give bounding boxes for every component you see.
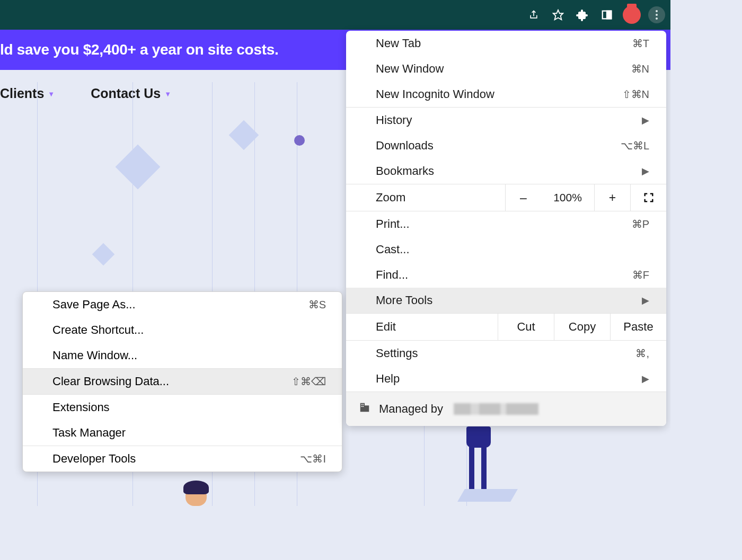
caret-down-icon: ▼ <box>48 90 55 98</box>
menu-label: Help <box>376 372 400 386</box>
nav-contact[interactable]: Contact Us ▼ <box>91 86 171 101</box>
panel-icon[interactable] <box>598 6 615 23</box>
chrome-more-tools-submenu: Save Page As... ⌘S Create Shortcut... Na… <box>22 291 342 472</box>
edit-paste-button[interactable]: Paste <box>610 314 666 340</box>
svg-rect-6 <box>365 405 369 412</box>
managed-by-label: Managed by <box>379 402 443 416</box>
menu-bookmarks[interactable]: Bookmarks ▶ <box>346 158 666 184</box>
menu-settings[interactable]: Settings ⌘, <box>346 341 666 366</box>
menu-label: Print... <box>376 217 410 231</box>
building-icon <box>359 402 370 416</box>
menu-label: More Tools <box>376 294 432 307</box>
svg-rect-10 <box>363 406 364 407</box>
menu-print[interactable]: Print... ⌘P <box>346 211 666 237</box>
chevron-right-icon: ▶ <box>642 373 649 385</box>
edit-cut-button[interactable]: Cut <box>498 314 554 340</box>
menu-cast[interactable]: Cast... <box>346 237 666 262</box>
menu-zoom: Zoom – 100% + <box>346 184 666 211</box>
zoom-in-button[interactable]: + <box>594 184 630 211</box>
fullscreen-icon[interactable] <box>630 184 666 211</box>
menu-edit: Edit Cut Copy Paste <box>346 313 666 341</box>
menu-label: New Incognito Window <box>376 87 494 101</box>
nav-contact-label: Contact Us <box>91 86 161 101</box>
submenu-label: Developer Tools <box>52 452 136 466</box>
menu-label: New Window <box>376 62 444 76</box>
chevron-right-icon: ▶ <box>642 295 649 306</box>
submenu-shortcut: ⌘S <box>308 298 326 311</box>
more-vertical-icon[interactable] <box>648 6 665 23</box>
menu-downloads[interactable]: Downloads ⌥⌘L <box>346 133 666 158</box>
submenu-label: Save Page As... <box>52 298 136 312</box>
submenu-clear-browsing-data[interactable]: Clear Browsing Data... ⇧⌘⌫ <box>23 369 342 394</box>
caret-down-icon: ▼ <box>164 90 171 98</box>
menu-label: New Tab <box>376 37 421 50</box>
submenu-name-window[interactable]: Name Window... <box>23 343 342 368</box>
menu-history[interactable]: History ▶ <box>346 108 666 133</box>
svg-marker-0 <box>553 10 563 20</box>
menu-label: History <box>376 113 412 127</box>
svg-rect-8 <box>363 404 364 405</box>
submenu-shortcut: ⇧⌘⌫ <box>292 375 326 388</box>
menu-more-tools[interactable]: More Tools ▶ <box>346 288 666 313</box>
zoom-out-button[interactable]: – <box>505 184 541 211</box>
illustration-head <box>186 485 207 506</box>
submenu-shortcut: ⌥⌘I <box>300 452 326 465</box>
submenu-label: Name Window... <box>52 349 137 362</box>
menu-label: Settings <box>376 346 418 360</box>
profile-avatar[interactable] <box>623 6 641 24</box>
submenu-task-manager[interactable]: Task Manager <box>23 420 342 446</box>
banner-text: ld save you $2,400+ a year on site costs… <box>0 41 278 58</box>
menu-shortcut: ⌘, <box>635 347 649 360</box>
menu-new-window[interactable]: New Window ⌘N <box>346 56 666 82</box>
nav-clients[interactable]: Clients ▼ <box>0 86 55 101</box>
menu-find[interactable]: Find... ⌘F <box>346 262 666 288</box>
menu-shortcut: ⇧⌘N <box>622 88 649 101</box>
chevron-right-icon: ▶ <box>642 114 649 126</box>
submenu-label: Clear Browsing Data... <box>52 375 169 388</box>
star-icon[interactable] <box>550 6 567 23</box>
chrome-main-menu: New Tab ⌘T New Window ⌘N New Incognito W… <box>346 31 666 426</box>
submenu-label: Create Shortcut... <box>52 323 144 337</box>
managed-by-notice[interactable]: Managed by <box>346 392 666 426</box>
svg-rect-5 <box>360 403 365 412</box>
menu-shortcut: ⌘T <box>632 37 649 50</box>
svg-rect-2 <box>607 11 611 19</box>
menu-label: Cast... <box>376 243 410 256</box>
svg-rect-9 <box>361 406 363 407</box>
menu-label: Bookmarks <box>376 164 434 178</box>
menu-shortcut: ⌘P <box>632 218 649 230</box>
nav-clients-label: Clients <box>0 86 44 101</box>
submenu-extensions[interactable]: Extensions <box>23 395 342 420</box>
chevron-right-icon: ▶ <box>642 165 649 177</box>
managed-by-org-redacted <box>454 403 538 415</box>
illustration-person <box>461 442 498 506</box>
zoom-value: 100% <box>541 184 594 211</box>
menu-shortcut: ⌘F <box>632 269 649 281</box>
share-icon[interactable] <box>525 6 542 23</box>
submenu-developer-tools[interactable]: Developer Tools ⌥⌘I <box>23 446 342 472</box>
edit-label: Edit <box>346 314 498 340</box>
menu-help[interactable]: Help ▶ <box>346 366 666 392</box>
menu-incognito[interactable]: New Incognito Window ⇧⌘N <box>346 82 666 107</box>
submenu-label: Task Manager <box>52 426 126 440</box>
menu-new-tab[interactable]: New Tab ⌘T <box>346 31 666 56</box>
edit-copy-button[interactable]: Copy <box>554 314 610 340</box>
menu-label: Find... <box>376 268 408 282</box>
submenu-save-page[interactable]: Save Page As... ⌘S <box>23 292 342 317</box>
extension-icon[interactable] <box>574 6 591 23</box>
submenu-label: Extensions <box>52 401 110 414</box>
zoom-label: Zoom <box>346 184 505 211</box>
svg-rect-7 <box>361 404 363 405</box>
submenu-create-shortcut[interactable]: Create Shortcut... <box>23 317 342 343</box>
menu-shortcut: ⌥⌘L <box>621 139 649 152</box>
menu-label: Downloads <box>376 139 434 153</box>
menu-shortcut: ⌘N <box>631 63 649 75</box>
browser-toolbar <box>0 0 670 30</box>
